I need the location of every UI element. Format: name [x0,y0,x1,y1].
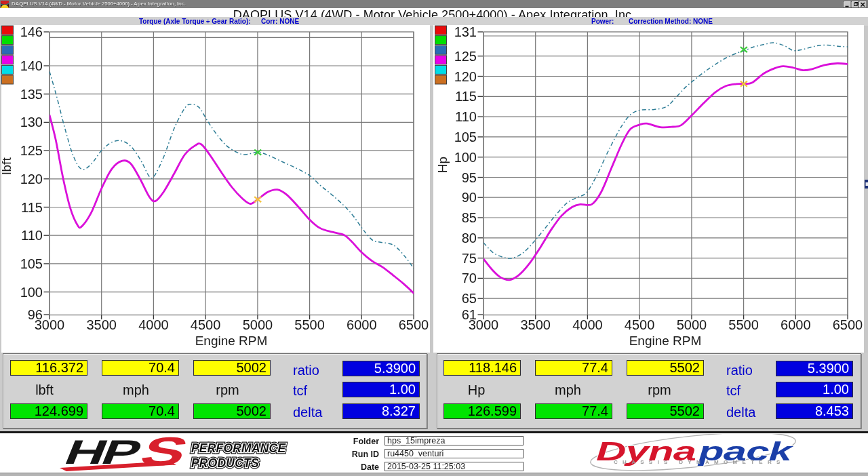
svg-text:PRODUCTS: PRODUCTS [191,456,259,470]
svg-text:85: 85 [462,210,477,225]
svg-text:6500: 6500 [833,317,863,332]
svg-text:135: 135 [20,87,43,102]
svg-text:80: 80 [462,231,477,245]
svg-text:115: 115 [455,89,477,104]
svg-text:110: 110 [455,109,477,124]
svg-text:3500: 3500 [86,317,117,332]
svg-text:6000: 6000 [781,317,811,332]
svg-text:120: 120 [454,69,477,84]
svg-text:6500: 6500 [399,317,429,332]
svg-text:5500: 5500 [294,317,325,332]
svg-text:Engine RPM: Engine RPM [629,334,702,348]
svg-text:95: 95 [462,170,477,185]
svg-text:140: 140 [20,58,43,73]
svg-text:131: 131 [454,24,477,39]
svg-text:146: 146 [20,24,43,39]
svg-text:3500: 3500 [520,317,551,332]
svg-text:Hp: Hp [435,157,450,173]
svg-text:lbft: lbft [0,157,14,175]
svg-text:CHASSIS DYNAMOMETERS: CHASSIS DYNAMOMETERS [614,459,785,465]
svg-text:5000: 5000 [677,317,707,332]
svg-text:PERFORMANCE: PERFORMANCE [191,441,286,455]
svg-text:4500: 4500 [191,317,221,332]
svg-text:130: 130 [20,115,43,130]
svg-text:105: 105 [20,256,43,271]
svg-text:110: 110 [21,228,43,243]
svg-text:105: 105 [454,130,477,144]
svg-text:100: 100 [454,150,477,165]
svg-text:5000: 5000 [243,317,273,332]
svg-text:115: 115 [21,200,43,215]
svg-text:75: 75 [462,251,477,266]
svg-text:4000: 4000 [138,317,169,332]
svg-text:4500: 4500 [625,317,655,332]
svg-text:3000: 3000 [35,317,65,332]
svg-text:S: S [134,434,195,473]
svg-text:4000: 4000 [572,317,603,332]
svg-text:3000: 3000 [469,317,499,332]
svg-text:70: 70 [462,271,477,285]
svg-text:100: 100 [20,285,43,300]
svg-text:120: 120 [20,172,43,186]
svg-text:90: 90 [462,190,477,205]
svg-text:65: 65 [462,291,477,306]
svg-text:125: 125 [454,49,477,64]
svg-text:125: 125 [20,143,43,158]
svg-text:5500: 5500 [728,317,759,332]
svg-text:Engine RPM: Engine RPM [195,334,268,348]
svg-text:6000: 6000 [347,317,377,332]
